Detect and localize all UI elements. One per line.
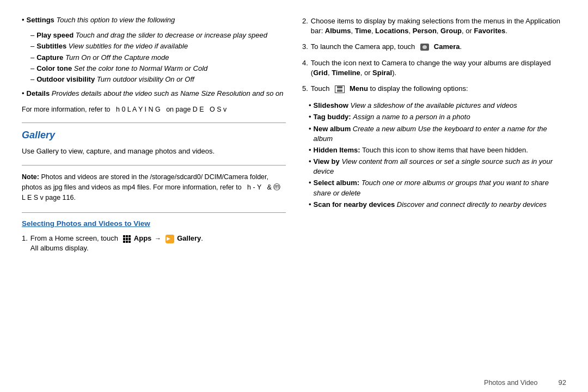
step-5: 5. Touch Menu to display the following o…	[302, 84, 566, 94]
gallery-title: Gallery	[22, 130, 286, 141]
menu-icon	[335, 85, 345, 93]
menu-options-list: • Slideshow View a slideshow of the avai…	[309, 101, 566, 211]
scan-nearby-option: • Scan for nearby devices Discover and c…	[309, 200, 566, 210]
gallery-description: Use Gallery to view, capture, and manage…	[22, 146, 286, 156]
bullet-symbol: •	[22, 15, 24, 25]
details-bullet: • Details Provides details about the vid…	[22, 89, 286, 99]
settings-text: Settings Touch this option to view the f…	[27, 15, 286, 25]
sub-item-capture: – Capture Turn On or Off the Capture mod…	[30, 53, 286, 63]
arrow-icon: →	[155, 234, 161, 243]
footer-label: Photos and Video	[484, 379, 537, 387]
sub-item-outdoor: – Outdoor visibility Turn outdoor visibi…	[30, 75, 286, 84]
note-block: Note: Photos and videos are stored in th…	[22, 172, 286, 203]
view-by-option: • View by View content from all sources …	[309, 157, 566, 176]
right-column: 2. Choose items to display by making sel…	[302, 15, 566, 365]
hidden-items-option: • Hidden Items: Touch this icon to show …	[309, 145, 566, 155]
page-footer: Photos and Video 92	[0, 376, 588, 392]
step-3: 3. To launch the Camera app, touch Camer…	[302, 42, 566, 52]
slideshow-option: • Slideshow View a slideshow of the avai…	[309, 101, 566, 111]
step-1: 1. From a Home screen, touch Apps →	[22, 234, 286, 253]
sub-item-colortone: – Color tone Set the color tone to Norma…	[30, 64, 286, 74]
step-2: 2. Choose items to display by making sel…	[302, 16, 566, 36]
left-column: • Settings Touch this option to view the…	[22, 15, 286, 365]
new-album-option: • New album Create a new album Use the k…	[309, 124, 566, 144]
all-albums-text: All albums display.	[30, 244, 89, 252]
selecting-title: Selecting Photos and Videos to View	[22, 219, 286, 228]
divider-2	[22, 165, 286, 166]
sub-item-playspeed: – Play speed Touch and drag the slider t…	[30, 30, 286, 40]
camera-icon	[420, 44, 429, 51]
gallery-app-icon	[166, 235, 174, 243]
divider-3	[22, 212, 286, 213]
apps-label: Apps	[134, 234, 152, 242]
more-info-line: For more information, refer to h 0 L A Y…	[22, 105, 286, 115]
apps-icon	[123, 235, 131, 243]
settings-desc: Touch this option to view the following	[56, 16, 175, 24]
page-number: 92	[559, 378, 566, 387]
sub-bullets: – Play speed Touch and drag the slider t…	[30, 30, 286, 85]
select-album-option: • Select album: Touch one or more albums…	[309, 178, 566, 198]
divider-1	[22, 122, 286, 123]
sub-item-subtitles: – Subtitles View subtitles for the video…	[30, 41, 286, 51]
settings-bullet: • Settings Touch this option to view the…	[22, 15, 286, 25]
tag-buddy-option: • Tag buddy: Assign a name to a person i…	[309, 112, 566, 122]
step-4: 4. Touch the icon next to Camera to chan…	[302, 58, 566, 78]
gallery-label: Gallery	[177, 234, 201, 242]
